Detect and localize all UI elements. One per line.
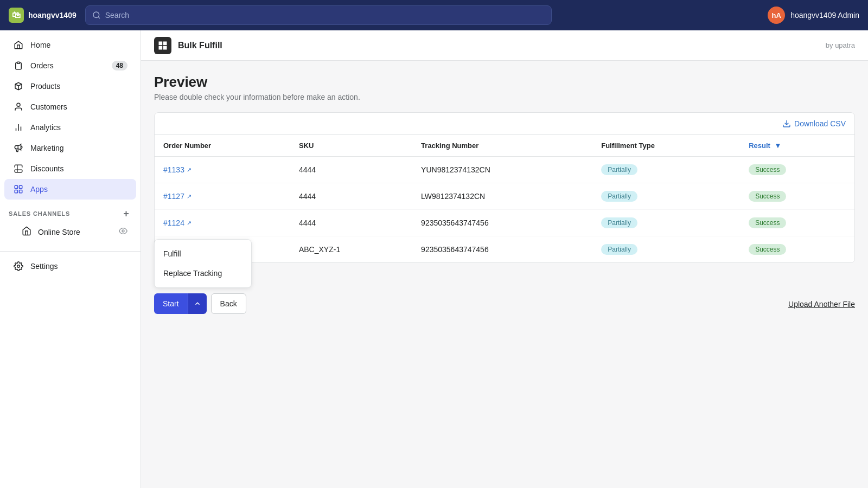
dropdown-item-replace-tracking[interactable]: Replace Tracking	[155, 264, 251, 283]
online-store-icon	[22, 226, 31, 237]
sidebar-item-settings[interactable]: Settings	[4, 256, 136, 277]
customers-icon	[13, 101, 24, 112]
cell-fulfillment: Partially	[592, 183, 740, 210]
sidebar-item-label: Home	[30, 41, 50, 49]
products-icon	[13, 81, 24, 92]
result-badge: Success	[749, 244, 786, 255]
download-icon	[782, 119, 791, 128]
marketing-icon	[13, 143, 24, 153]
start-button[interactable]: Start	[154, 293, 188, 314]
eye-icon[interactable]	[119, 227, 127, 237]
cell-fulfillment: Partially	[592, 236, 740, 263]
result-badge: Success	[749, 217, 786, 228]
download-csv-label: Download CSV	[794, 119, 846, 128]
by-label: by upatra	[826, 41, 855, 49]
sidebar-item-label: Customers	[30, 102, 67, 111]
cell-result: Success	[740, 210, 854, 236]
svg-point-7	[122, 230, 124, 232]
cell-tracking: 9235035643747456	[412, 236, 592, 263]
bottom-area: Fulfill Replace Tracking Start Back Uplo…	[141, 276, 868, 327]
cell-tracking: 9235035643747456	[412, 210, 592, 236]
settings-icon	[13, 261, 24, 272]
sidebar-item-apps[interactable]: Apps	[4, 179, 136, 200]
add-sales-channel-icon[interactable]: +	[121, 208, 132, 219]
svg-point-8	[17, 265, 20, 268]
cell-sku: ABC_XYZ-1	[290, 236, 412, 263]
result-label: Result	[749, 142, 770, 150]
preview-table-card: Download CSV Order Number SKU Tracking N…	[154, 112, 855, 263]
filter-icon: ▼	[774, 142, 781, 150]
download-csv-button[interactable]: Download CSV	[782, 119, 846, 128]
sidebar-item-label: Analytics	[30, 123, 61, 132]
sidebar-item-online-store[interactable]: Online Store	[4, 221, 136, 242]
external-link-icon: ↗	[187, 166, 192, 174]
fulfillment-badge: Partially	[601, 217, 637, 228]
table-row: #1118 ↗ ABC_XYZ-1 9235035643747456 Parti…	[155, 236, 854, 263]
col-result[interactable]: Result ▼	[740, 135, 854, 157]
store-name: hoangvv1409	[28, 11, 76, 20]
app-header-left: Bulk Fulfill	[154, 37, 222, 54]
user-menu: hA hoangvv1409 Admin	[768, 7, 859, 24]
table-row: #1124 ↗ 4444 9235035643747456 Partially …	[155, 210, 854, 236]
svg-rect-1	[17, 62, 20, 63]
order-link[interactable]: #1133 ↗	[163, 165, 282, 174]
fulfillment-badge: Partially	[601, 244, 637, 255]
orders-badge: 48	[112, 61, 127, 70]
col-order-number: Order Number	[155, 135, 290, 157]
discounts-icon	[13, 163, 24, 174]
dropdown-item-fulfill[interactable]: Fulfill	[155, 244, 251, 264]
cell-order: #1127 ↗	[155, 183, 290, 210]
table-toolbar: Download CSV	[155, 113, 854, 135]
top-navigation: 🛍 hoangvv1409 hA hoangvv1409 Admin	[0, 0, 868, 30]
start-dropdown-arrow[interactable]	[188, 293, 207, 314]
upload-another-link[interactable]: Upload Another File	[788, 300, 855, 309]
sidebar-item-label: Apps	[30, 185, 48, 194]
search-input[interactable]	[105, 11, 545, 20]
bulk-fulfill-icon	[157, 40, 168, 51]
svg-point-0	[93, 12, 99, 18]
result-badge: Success	[749, 164, 786, 175]
sidebar-item-home[interactable]: Home	[4, 35, 136, 55]
sidebar-item-marketing[interactable]: Marketing	[4, 138, 136, 158]
search-bar[interactable]	[85, 5, 552, 25]
back-button[interactable]: Back	[211, 293, 246, 314]
avatar[interactable]: hA	[768, 7, 785, 24]
fulfillment-badge: Partially	[601, 191, 637, 202]
svg-rect-4	[20, 185, 22, 188]
order-link[interactable]: #1127 ↗	[163, 192, 282, 201]
col-sku: SKU	[290, 135, 412, 157]
app-header: Bulk Fulfill by upatra	[141, 30, 868, 61]
sidebar-item-label: Products	[30, 82, 60, 91]
svg-rect-10	[163, 41, 167, 45]
fulfillment-badge: Partially	[601, 164, 637, 175]
cell-tracking: YUN9812374132CN	[412, 157, 592, 183]
action-buttons: Start Back	[154, 293, 855, 314]
sidebar-item-discounts[interactable]: Discounts	[4, 158, 136, 179]
table-header: Order Number SKU Tracking Number Fulfill…	[155, 135, 854, 157]
sidebar-item-analytics[interactable]: Analytics	[4, 117, 136, 138]
svg-rect-9	[159, 41, 163, 45]
cell-sku: 4444	[290, 183, 412, 210]
svg-rect-6	[20, 190, 22, 193]
result-badge: Success	[749, 191, 786, 202]
order-link[interactable]: #1124 ↗	[163, 219, 282, 227]
store-logo[interactable]: 🛍 hoangvv1409	[9, 8, 76, 23]
sales-channels-label: SALES CHANNELS	[9, 210, 70, 217]
external-link-icon: ↗	[187, 220, 192, 227]
sidebar-item-customers[interactable]: Customers	[4, 97, 136, 117]
sidebar-item-label: Orders	[30, 61, 54, 70]
cell-order: #1133 ↗	[155, 157, 290, 183]
home-icon	[13, 40, 24, 50]
cell-result: Success	[740, 183, 854, 210]
sidebar-item-orders[interactable]: Orders 48	[4, 55, 136, 76]
user-label: hoangvv1409 Admin	[790, 11, 859, 20]
orders-icon	[13, 60, 24, 71]
settings-label: Settings	[30, 262, 58, 271]
page-subtitle: Please double check your information bef…	[154, 93, 855, 101]
col-fulfillment-type: Fulfillment Type	[592, 135, 740, 157]
cell-result: Success	[740, 157, 854, 183]
cell-order: #1124 ↗	[155, 210, 290, 236]
sidebar-item-products[interactable]: Products	[4, 76, 136, 97]
search-icon	[92, 11, 101, 20]
chevron-up-icon	[194, 300, 201, 307]
